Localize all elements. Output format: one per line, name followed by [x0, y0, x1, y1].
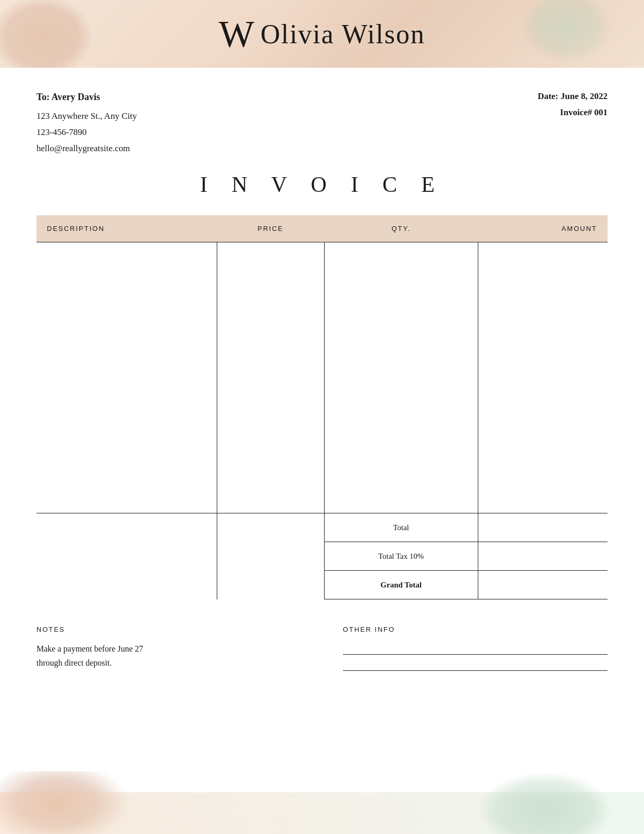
brand-name: Olivia Wilson: [261, 19, 425, 50]
other-info-title: OTHER INFO: [343, 626, 608, 633]
total-value: [478, 513, 608, 542]
total-empty-price: [217, 513, 324, 599]
invoice-number: Invoice# 001: [538, 105, 608, 121]
total-row: Total: [36, 513, 608, 542]
billing-to-name: To: Avery Davis: [36, 89, 137, 105]
col-description: DESCRIPTION: [36, 215, 217, 242]
empty-description: [36, 242, 217, 513]
col-qty: QTY.: [324, 215, 478, 242]
invoice-table: DESCRIPTION PRICE QTY. AMOUNT Total: [36, 215, 608, 599]
footer: [0, 771, 644, 834]
notes-title: NOTES: [36, 626, 301, 633]
grand-total-value: [478, 571, 608, 599]
empty-amount: [478, 242, 608, 513]
notes-line2: through direct deposit.: [36, 658, 112, 667]
brand-logo: W: [219, 15, 254, 53]
total-tax-value: [478, 542, 608, 571]
info-line-1: [343, 654, 608, 655]
empty-data-row: [36, 242, 608, 513]
invoice-title-container: I N V O I C E: [36, 172, 608, 197]
bottom-section: NOTES Make a payment before June 27 thro…: [36, 626, 608, 707]
billing-row: To: Avery Davis 123 Anywhere St., Any Ci…: [36, 89, 608, 156]
total-label: Total: [324, 513, 478, 542]
empty-qty: [324, 242, 478, 513]
total-tax-label: Total Tax 10%: [324, 542, 478, 571]
notes-line1: Make a payment before June 27: [36, 644, 143, 653]
invoice-title: I N V O I C E: [36, 172, 608, 197]
other-info-section: OTHER INFO: [343, 626, 608, 686]
empty-price: [217, 242, 324, 513]
billing-email: hello@reallygreatsite.com: [36, 141, 137, 157]
brand: W Olivia Wilson: [219, 15, 425, 53]
date-line: Date: June 8, 2022: [538, 89, 608, 105]
billing-address: 123 Anywhere St., Any City: [36, 108, 137, 125]
notes-text: Make a payment before June 27 through di…: [36, 642, 301, 670]
notes-section: NOTES Make a payment before June 27 thro…: [36, 626, 301, 686]
billing-phone: 123-456-7890: [36, 125, 137, 141]
col-amount: AMOUNT: [478, 215, 608, 242]
billing-date: Date: June 8, 2022 Invoice# 001: [538, 89, 608, 120]
footer-background: [0, 792, 644, 834]
billing-to: To: Avery Davis 123 Anywhere St., Any Ci…: [36, 89, 137, 156]
header: W Olivia Wilson: [0, 0, 644, 68]
table-header-row: DESCRIPTION PRICE QTY. AMOUNT: [36, 215, 608, 242]
info-line-2: [343, 670, 608, 671]
col-price: PRICE: [217, 215, 324, 242]
main-content: To: Avery Davis 123 Anywhere St., Any Ci…: [0, 68, 644, 728]
grand-total-label: Grand Total: [324, 571, 478, 599]
total-empty-desc: [36, 513, 217, 599]
